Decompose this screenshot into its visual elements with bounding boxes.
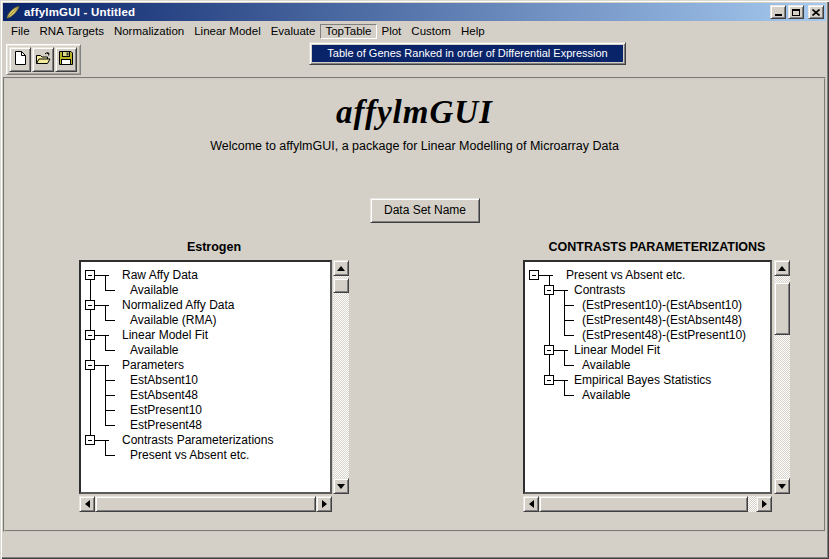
tree-node-label[interactable]: EstPresent10 [130,403,202,417]
tree-node-label[interactable]: Linear Model Fit [122,328,209,342]
menu-plot[interactable]: Plot [377,24,407,39]
scroll-down-button[interactable] [774,478,790,494]
tree-node-label[interactable]: EstAbsent48 [130,388,198,402]
right-tree-listbox[interactable]: Present vs Absent etc.Contrasts(EstPrese… [523,260,772,494]
arrow-down-icon [337,484,345,489]
tree-node-label[interactable]: (EstPresent48)-(EstPresent10) [582,328,746,342]
window-title: affylmGUI - Untitled [24,6,770,18]
tree-node-label[interactable]: Linear Model Fit [574,343,661,357]
tree-node-label[interactable]: (EstPresent48)-(EstAbsent48) [582,313,742,327]
left-tree-listbox[interactable]: Raw Affy DataAvailableNormalized Affy Da… [79,260,332,494]
save-file-button[interactable] [55,47,77,72]
menu-linear-model[interactable]: Linear Model [189,24,265,39]
save-file-icon [58,50,74,70]
arrow-up-icon [337,266,345,271]
tree-node-label[interactable]: Available [582,388,631,402]
feather-app-icon [5,5,21,20]
right-tree-vertical-scrollbar[interactable] [774,260,790,494]
open-file-button[interactable] [32,47,54,72]
menu-normalization[interactable]: Normalization [109,24,189,39]
tree-node-label[interactable]: Parameters [122,358,184,372]
close-icon [812,9,820,16]
titlebar[interactable]: affylmGUI - Untitled [3,3,826,21]
right-tree-canvas: Present vs Absent etc.Contrasts(EstPrese… [525,262,770,492]
close-button[interactable] [808,5,824,19]
tree-node-label[interactable]: Available [582,358,631,372]
arrow-down-icon [778,484,786,489]
minimize-icon [775,14,782,16]
new-file-icon [12,50,28,70]
right-tree-header: CONTRASTS PARAMETERIZATIONS [523,240,791,254]
arrow-left-icon [529,500,534,508]
scroll-left-button[interactable] [79,496,95,512]
maximize-button[interactable] [788,5,804,19]
scrollbar-thumb[interactable] [539,496,748,512]
menu-help[interactable]: Help [456,24,490,39]
arrow-right-icon [322,500,327,508]
tree-node-label[interactable]: Available (RMA) [130,313,216,327]
main-content-frame: affylmGUI Welcome to affylmGUI, a packag… [3,77,826,532]
menu-custom[interactable]: Custom [406,24,456,39]
menubar: FileRNA TargetsNormalizationLinear Model… [4,22,825,40]
new-file-button[interactable] [9,47,31,72]
left-tree-vertical-scrollbar[interactable] [333,260,349,494]
open-file-icon [35,50,51,70]
scrollbar-thumb[interactable] [333,278,349,293]
right-tree-horizontal-scrollbar[interactable] [523,496,772,512]
tree-node-label[interactable]: EstPresent48 [130,418,202,432]
menu-evaluate[interactable]: Evaluate [266,24,321,39]
toolbar [6,44,81,75]
scroll-right-button[interactable] [756,496,772,512]
menu-rna-targets[interactable]: RNA Targets [35,24,109,39]
arrow-left-icon [85,500,90,508]
left-tree-horizontal-scrollbar[interactable] [79,496,332,512]
arrow-up-icon [778,266,786,271]
scrollbar-thumb[interactable] [774,282,790,335]
toptable-dropdown-menu: Table of Genes Ranked in order of Differ… [309,42,626,65]
scroll-down-button[interactable] [333,478,349,494]
tree-node-label[interactable]: Contrasts [574,283,625,297]
welcome-text: Welcome to affylmGUI, a package for Line… [5,139,824,153]
application-window: affylmGUI - Untitled FileRNA TargetsNorm… [0,0,829,559]
scroll-up-button[interactable] [774,260,790,276]
tree-node-label[interactable]: EstAbsent10 [130,373,198,387]
tree-node-label[interactable]: Contrasts Parameterizations [122,433,273,447]
scroll-right-button[interactable] [316,496,332,512]
tree-node-label[interactable]: Present vs Absent etc. [566,268,685,282]
tree-node-label[interactable]: Empirical Bayes Statistics [574,373,711,387]
tree-node-label[interactable]: Available [130,283,179,297]
tree-node-label[interactable]: Available [130,343,179,357]
tree-node-label[interactable]: Normalized Affy Data [122,298,235,312]
minimize-button[interactable] [770,5,786,19]
status-strip [3,533,826,556]
left-tree-header: Estrogen [79,240,349,254]
scroll-up-button[interactable] [333,260,349,276]
menu-file[interactable]: File [6,24,35,39]
tree-node-label[interactable]: Present vs Absent etc. [130,448,249,462]
menu-toptable[interactable]: TopTable [320,24,376,39]
tree-node-label[interactable]: (EstPresent10)-(EstAbsent10) [582,298,742,312]
scroll-left-button[interactable] [523,496,539,512]
maximize-icon [792,9,800,16]
arrow-right-icon [762,500,767,508]
app-title: affylmGUI [5,94,824,131]
menu-item-table-of-genes[interactable]: Table of Genes Ranked in order of Differ… [312,45,623,62]
left-tree-canvas: Raw Affy DataAvailableNormalized Affy Da… [81,262,330,492]
data-set-name-button[interactable]: Data Set Name [370,198,480,223]
scrollbar-thumb[interactable] [95,496,316,512]
tree-node-label[interactable]: Raw Affy Data [122,268,198,282]
